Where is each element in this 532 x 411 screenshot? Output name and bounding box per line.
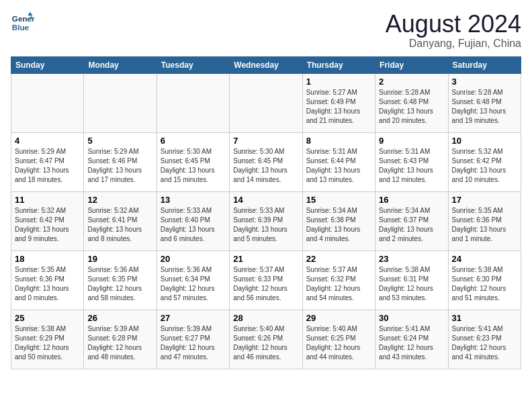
calendar-cell: 7Sunrise: 5:30 AM Sunset: 6:45 PM Daylig… (230, 132, 302, 191)
svg-text:Blue: Blue (12, 23, 30, 32)
day-info: Sunrise: 5:41 AM Sunset: 6:24 PM Dayligh… (379, 324, 444, 362)
calendar-cell: 25Sunrise: 5:38 AM Sunset: 6:29 PM Dayli… (11, 310, 84, 369)
day-info: Sunrise: 5:40 AM Sunset: 6:26 PM Dayligh… (233, 324, 298, 362)
week-row-4: 18Sunrise: 5:35 AM Sunset: 6:36 PM Dayli… (11, 250, 521, 310)
week-row-1: 1Sunrise: 5:27 AM Sunset: 6:49 PM Daylig… (11, 73, 521, 132)
day-number: 3 (452, 77, 517, 87)
day-info: Sunrise: 5:31 AM Sunset: 6:43 PM Dayligh… (379, 147, 444, 185)
calendar-cell: 11Sunrise: 5:32 AM Sunset: 6:42 PM Dayli… (11, 191, 84, 250)
calendar-cell: 19Sunrise: 5:36 AM Sunset: 6:35 PM Dayli… (84, 250, 157, 310)
calendar-cell: 18Sunrise: 5:35 AM Sunset: 6:36 PM Dayli… (11, 250, 84, 310)
day-number: 23 (379, 254, 444, 264)
calendar-cell: 3Sunrise: 5:28 AM Sunset: 6:48 PM Daylig… (448, 73, 521, 132)
header-day-tuesday: Tuesday (157, 56, 229, 73)
day-number: 14 (233, 195, 298, 205)
day-info: Sunrise: 5:33 AM Sunset: 6:39 PM Dayligh… (233, 206, 298, 244)
day-number: 24 (452, 254, 517, 264)
calendar-cell: 13Sunrise: 5:33 AM Sunset: 6:40 PM Dayli… (157, 191, 229, 250)
day-info: Sunrise: 5:37 AM Sunset: 6:32 PM Dayligh… (306, 265, 371, 303)
calendar-cell: 4Sunrise: 5:29 AM Sunset: 6:47 PM Daylig… (11, 132, 84, 191)
day-number: 7 (233, 136, 298, 146)
day-number: 22 (306, 254, 371, 264)
day-info: Sunrise: 5:27 AM Sunset: 6:49 PM Dayligh… (306, 88, 371, 126)
header: General Blue August 2024 Danyang, Fujian… (11, 11, 521, 50)
location-subtitle: Danyang, Fujian, China (386, 38, 521, 50)
day-info: Sunrise: 5:41 AM Sunset: 6:23 PM Dayligh… (452, 324, 517, 362)
day-info: Sunrise: 5:31 AM Sunset: 6:44 PM Dayligh… (306, 147, 371, 185)
day-number: 10 (452, 136, 517, 146)
day-info: Sunrise: 5:35 AM Sunset: 6:36 PM Dayligh… (452, 206, 517, 244)
calendar-cell: 15Sunrise: 5:34 AM Sunset: 6:38 PM Dayli… (302, 191, 375, 250)
day-info: Sunrise: 5:29 AM Sunset: 6:46 PM Dayligh… (87, 147, 152, 185)
calendar-cell: 28Sunrise: 5:40 AM Sunset: 6:26 PM Dayli… (230, 310, 302, 369)
title-area: August 2024 Danyang, Fujian, China (386, 11, 521, 50)
day-number: 16 (379, 195, 444, 205)
header-day-monday: Monday (84, 56, 157, 73)
header-day-thursday: Thursday (302, 56, 375, 73)
day-number: 4 (15, 136, 80, 146)
calendar-cell: 26Sunrise: 5:39 AM Sunset: 6:28 PM Dayli… (84, 310, 157, 369)
calendar-cell: 22Sunrise: 5:37 AM Sunset: 6:32 PM Dayli… (302, 250, 375, 310)
day-info: Sunrise: 5:32 AM Sunset: 6:42 PM Dayligh… (15, 206, 80, 244)
day-info: Sunrise: 5:30 AM Sunset: 6:45 PM Dayligh… (233, 147, 298, 185)
day-number: 17 (452, 195, 517, 205)
day-number: 26 (87, 313, 152, 323)
day-number: 30 (379, 313, 444, 323)
day-number: 5 (87, 136, 152, 146)
day-info: Sunrise: 5:40 AM Sunset: 6:25 PM Dayligh… (306, 324, 371, 362)
calendar-cell: 17Sunrise: 5:35 AM Sunset: 6:36 PM Dayli… (448, 191, 521, 250)
day-info: Sunrise: 5:37 AM Sunset: 6:33 PM Dayligh… (233, 265, 298, 303)
header-day-friday: Friday (375, 56, 448, 73)
calendar-cell (157, 73, 229, 132)
day-number: 6 (161, 136, 226, 146)
day-info: Sunrise: 5:32 AM Sunset: 6:41 PM Dayligh… (87, 206, 152, 244)
day-info: Sunrise: 5:34 AM Sunset: 6:37 PM Dayligh… (379, 206, 444, 244)
calendar-cell: 14Sunrise: 5:33 AM Sunset: 6:39 PM Dayli… (230, 191, 302, 250)
day-info: Sunrise: 5:39 AM Sunset: 6:27 PM Dayligh… (161, 324, 226, 362)
day-info: Sunrise: 5:35 AM Sunset: 6:36 PM Dayligh… (15, 265, 80, 303)
day-number: 15 (306, 195, 371, 205)
day-number: 9 (379, 136, 444, 146)
calendar-cell: 23Sunrise: 5:38 AM Sunset: 6:31 PM Dayli… (375, 250, 448, 310)
day-info: Sunrise: 5:33 AM Sunset: 6:40 PM Dayligh… (161, 206, 226, 244)
day-info: Sunrise: 5:38 AM Sunset: 6:31 PM Dayligh… (379, 265, 444, 303)
header-day-wednesday: Wednesday (230, 56, 302, 73)
calendar-cell (230, 73, 302, 132)
calendar-cell: 1Sunrise: 5:27 AM Sunset: 6:49 PM Daylig… (302, 73, 375, 132)
calendar-cell: 24Sunrise: 5:38 AM Sunset: 6:30 PM Dayli… (448, 250, 521, 310)
calendar-cell (11, 73, 84, 132)
calendar-cell: 6Sunrise: 5:30 AM Sunset: 6:45 PM Daylig… (157, 132, 229, 191)
header-day-sunday: Sunday (11, 56, 84, 73)
day-info: Sunrise: 5:36 AM Sunset: 6:34 PM Dayligh… (161, 265, 226, 303)
day-number: 21 (233, 254, 298, 264)
day-info: Sunrise: 5:28 AM Sunset: 6:48 PM Dayligh… (452, 88, 517, 126)
calendar-cell: 9Sunrise: 5:31 AM Sunset: 6:43 PM Daylig… (375, 132, 448, 191)
day-number: 20 (161, 254, 226, 264)
calendar-cell: 30Sunrise: 5:41 AM Sunset: 6:24 PM Dayli… (375, 310, 448, 369)
day-number: 8 (306, 136, 371, 146)
day-info: Sunrise: 5:34 AM Sunset: 6:38 PM Dayligh… (306, 206, 371, 244)
calendar-cell: 27Sunrise: 5:39 AM Sunset: 6:27 PM Dayli… (157, 310, 229, 369)
day-info: Sunrise: 5:39 AM Sunset: 6:28 PM Dayligh… (87, 324, 152, 362)
day-number: 11 (15, 195, 80, 205)
day-number: 12 (87, 195, 152, 205)
calendar-cell: 20Sunrise: 5:36 AM Sunset: 6:34 PM Dayli… (157, 250, 229, 310)
week-row-3: 11Sunrise: 5:32 AM Sunset: 6:42 PM Dayli… (11, 191, 521, 250)
day-number: 31 (452, 313, 517, 323)
calendar-cell: 21Sunrise: 5:37 AM Sunset: 6:33 PM Dayli… (230, 250, 302, 310)
day-number: 2 (379, 77, 444, 87)
calendar-cell: 2Sunrise: 5:28 AM Sunset: 6:48 PM Daylig… (375, 73, 448, 132)
day-number: 27 (161, 313, 226, 323)
calendar-cell: 12Sunrise: 5:32 AM Sunset: 6:41 PM Dayli… (84, 191, 157, 250)
day-info: Sunrise: 5:29 AM Sunset: 6:47 PM Dayligh… (15, 147, 80, 185)
logo: General Blue (11, 11, 35, 35)
logo-icon: General Blue (11, 11, 35, 35)
day-number: 28 (233, 313, 298, 323)
day-number: 1 (306, 77, 371, 87)
day-number: 25 (15, 313, 80, 323)
calendar-cell: 5Sunrise: 5:29 AM Sunset: 6:46 PM Daylig… (84, 132, 157, 191)
day-info: Sunrise: 5:36 AM Sunset: 6:35 PM Dayligh… (87, 265, 152, 303)
calendar-cell: 10Sunrise: 5:32 AM Sunset: 6:42 PM Dayli… (448, 132, 521, 191)
calendar-cell: 29Sunrise: 5:40 AM Sunset: 6:25 PM Dayli… (302, 310, 375, 369)
day-info: Sunrise: 5:38 AM Sunset: 6:29 PM Dayligh… (15, 324, 80, 362)
